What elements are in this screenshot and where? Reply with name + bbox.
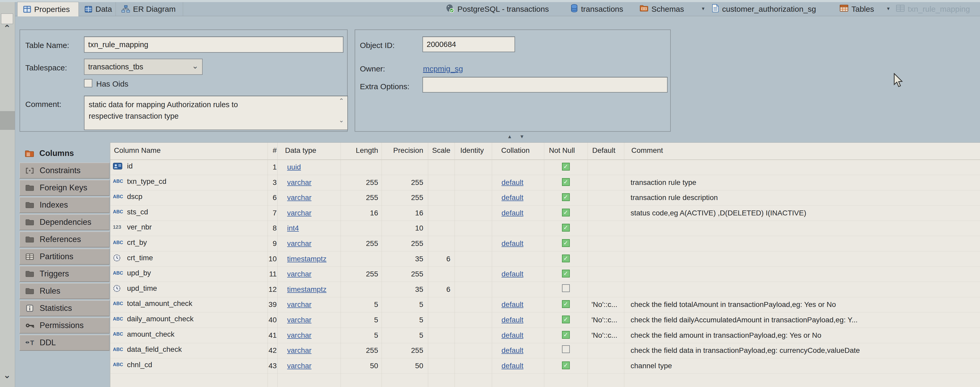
sidebar-item-statistics[interactable]: Statistics [19, 300, 110, 316]
column-row-crt_by[interactable]: ABCcrt_by 9 varchar 255 255 default ✓ [110, 236, 980, 252]
sidebar-item-partitions[interactable]: Partitions [19, 249, 110, 264]
sidebar-item-rules[interactable]: Rules [19, 283, 110, 299]
header-not-null[interactable]: Not Null [549, 146, 575, 154]
column-row-amount_check[interactable]: ABCamount_check 41 varchar 5 5 default ✓… [110, 328, 980, 343]
rail-thumb[interactable] [0, 111, 15, 130]
comment-textarea[interactable]: static data for mapping Authorization ru… [84, 96, 348, 130]
header-number[interactable]: # [256, 146, 277, 154]
object-id-input[interactable] [422, 37, 515, 52]
header-column-name[interactable]: Column Name [114, 146, 161, 154]
sidebar-item-constraints[interactable]: Constraints [19, 163, 110, 178]
not-null-checkbox[interactable]: ✓ [562, 193, 570, 201]
breadcrumb-tables[interactable]: Tables [840, 2, 874, 16]
scroll-down-icon[interactable]: ⌄ [2, 372, 12, 378]
collation-link[interactable]: default [501, 239, 523, 247]
not-null-checkbox[interactable]: ✓ [562, 209, 570, 217]
comment-scroll-up-icon[interactable]: ⌃ [339, 98, 344, 104]
data-type-link[interactable]: timestamptz [287, 285, 326, 293]
data-type-link[interactable]: varchar [287, 362, 311, 370]
collation-link[interactable]: default [501, 362, 523, 370]
column-row-dscp[interactable]: ABCdscp 6 varchar 255 255 default ✓ tran… [110, 190, 980, 205]
column-row-ver_nbr[interactable]: 123ver_nbr 8 int4 10 ✓ [110, 221, 980, 236]
not-null-checkbox[interactable] [562, 284, 570, 292]
scroll-up-icon[interactable]: ⌃ [2, 25, 12, 31]
not-null-checkbox[interactable]: ✓ [562, 315, 570, 323]
column-row-upd_by[interactable]: ABCupd_by 11 varchar 255 255 default ✓ [110, 267, 980, 282]
tablespace-select[interactable]: transactions_tbs ⌄ [84, 59, 203, 75]
data-type-link[interactable]: varchar [287, 270, 311, 278]
data-type-link[interactable]: varchar [287, 209, 311, 217]
collation-link[interactable]: default [501, 331, 523, 339]
comment-scroll-down-icon[interactable]: ⌄ [339, 118, 344, 123]
tables-dropdown-caret[interactable]: ▼ [886, 6, 891, 11]
collation-link[interactable]: default [501, 193, 523, 202]
rail-minimized-tab[interactable] [1, 14, 13, 24]
header-identity[interactable]: Identity [460, 146, 489, 154]
data-type-link[interactable]: varchar [287, 346, 311, 354]
data-type-link[interactable]: int4 [287, 224, 299, 232]
sidebar-item-ddl[interactable]: T DDL [19, 335, 110, 350]
extra-options-input[interactable] [422, 77, 668, 92]
header-precision[interactable]: Precision [382, 146, 425, 154]
column-row-chnl_cd[interactable]: ABCchnl_cd 43 varchar 50 50 default ✓ ch… [110, 358, 980, 374]
breadcrumb-database[interactable]: transactions [571, 2, 623, 16]
sidebar-item-triggers[interactable]: Triggers [19, 266, 110, 282]
column-row-daily_amount_check[interactable]: ABCdaily_amount_check 40 varchar 5 5 def… [110, 313, 980, 328]
header-collation[interactable]: Collation [501, 146, 543, 154]
data-type-link[interactable]: varchar [287, 300, 311, 309]
sidebar-item-references[interactable]: References [19, 232, 110, 247]
column-row-sts_cd[interactable]: ABCsts_cd 7 varchar 16 16 default ✓ stat… [110, 206, 980, 221]
tab-data[interactable]: Data [79, 2, 116, 16]
sidebar-item-dependencies[interactable]: Dependencies [19, 214, 110, 230]
data-type-link[interactable]: varchar [287, 316, 311, 324]
collation-link[interactable]: default [501, 346, 523, 354]
column-row-txn_type_cd[interactable]: ABCtxn_type_cd 3 varchar 255 255 default… [110, 175, 980, 190]
not-null-checkbox[interactable]: ✓ [562, 163, 570, 170]
column-row-data_field_check[interactable]: ABCdata_field_check 42 varchar 255 255 d… [110, 343, 980, 358]
header-default[interactable]: Default [592, 146, 616, 154]
column-row-total_amount_check[interactable]: ABCtotal_amount_check 39 varchar 5 5 def… [110, 297, 980, 312]
sidebar-item-permissions[interactable]: Permissions [19, 318, 110, 333]
column-row-crt_time[interactable]: crt_time 10 timestamptz 35 6 ✓ [110, 252, 980, 267]
breadcrumb-connection[interactable]: PostgreSQL - transactions [445, 2, 549, 16]
data-type-link[interactable]: varchar [287, 239, 311, 247]
not-null-checkbox[interactable]: ✓ [562, 224, 570, 232]
owner-link[interactable]: mcpmig_sg [423, 64, 463, 73]
header-comment[interactable]: Comment [632, 146, 663, 154]
sidebar-item-foreign-keys[interactable]: Foreign Keys [19, 180, 110, 196]
sidebar-item-columns[interactable]: Columns [19, 145, 110, 161]
breadcrumb-table[interactable]: txn_rule_mapping [896, 2, 970, 16]
sash-collapse-up-icon[interactable]: ▲ [507, 134, 512, 139]
tab-er-diagram[interactable]: ER Diagram [116, 2, 183, 16]
not-null-checkbox[interactable] [562, 345, 570, 353]
collation-link[interactable]: default [501, 178, 523, 186]
header-data-type[interactable]: Data type [285, 146, 316, 154]
not-null-checkbox[interactable]: ✓ [562, 178, 570, 186]
not-null-checkbox[interactable]: ✓ [562, 300, 570, 308]
not-null-checkbox[interactable]: ✓ [562, 239, 570, 247]
column-row-id[interactable]: id 1 uuid ✓ [110, 160, 980, 175]
data-type-link[interactable]: uuid [287, 163, 301, 171]
sidebar-item-indexes[interactable]: Indexes [19, 197, 110, 213]
data-type-link[interactable]: varchar [287, 193, 311, 202]
collation-link[interactable]: default [501, 270, 523, 278]
column-row-upd_time[interactable]: upd_time 12 timestamptz 35 6 [110, 282, 980, 297]
header-scale[interactable]: Scale [428, 146, 452, 154]
collation-link[interactable]: default [501, 209, 523, 217]
collation-link[interactable]: default [501, 316, 523, 324]
tab-properties[interactable]: Properties [17, 2, 79, 16]
data-type-link[interactable]: timestamptz [287, 255, 326, 263]
not-null-checkbox[interactable]: ✓ [562, 362, 570, 369]
not-null-checkbox[interactable]: ✓ [562, 331, 570, 339]
has-oids-checkbox[interactable] [84, 79, 92, 88]
not-null-checkbox[interactable]: ✓ [562, 270, 570, 277]
data-type-link[interactable]: varchar [287, 331, 311, 339]
sash-collapse-down-icon[interactable]: ▼ [519, 134, 524, 139]
data-type-link[interactable]: varchar [287, 178, 311, 186]
collation-link[interactable]: default [501, 300, 523, 309]
breadcrumb-schema[interactable]: customer_authorization_sg [712, 2, 816, 16]
header-length[interactable]: Length [340, 146, 380, 154]
breadcrumb-schemas[interactable]: Schemas [640, 2, 684, 16]
not-null-checkbox[interactable]: ✓ [562, 255, 570, 262]
table-name-input[interactable] [84, 37, 344, 53]
